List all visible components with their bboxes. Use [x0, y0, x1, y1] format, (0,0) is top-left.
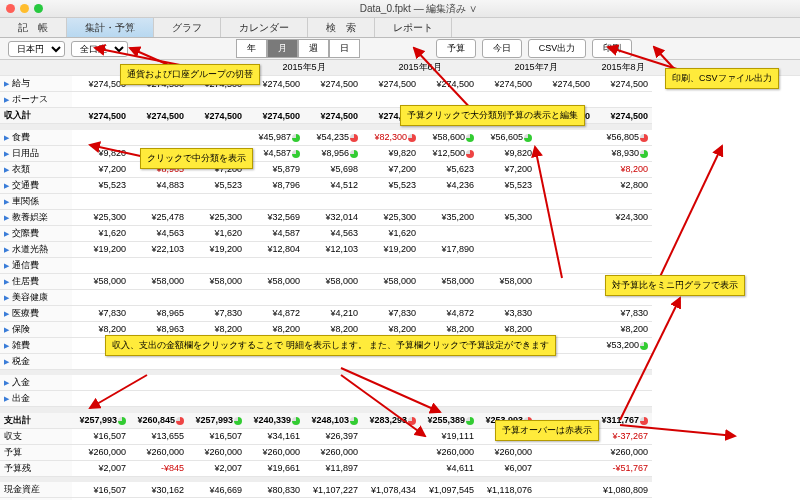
amount-cell[interactable]: ¥58,000	[246, 273, 304, 289]
amount-cell[interactable]	[130, 92, 188, 108]
amount-cell[interactable]	[130, 289, 188, 305]
expand-icon[interactable]: ▶	[4, 262, 12, 270]
amount-cell[interactable]	[130, 193, 188, 209]
amount-cell[interactable]	[72, 289, 130, 305]
tab-2[interactable]: グラフ	[154, 18, 221, 37]
amount-cell[interactable]	[594, 193, 652, 209]
amount-cell[interactable]: ¥7,830	[594, 305, 652, 321]
amount-cell[interactable]: ¥4,872	[246, 305, 304, 321]
tab-4[interactable]: 検 索	[308, 18, 375, 37]
amount-cell[interactable]: ¥58,000	[362, 273, 420, 289]
amount-cell[interactable]	[594, 225, 652, 241]
table-row[interactable]: ▶通信費	[0, 257, 800, 273]
amount-cell[interactable]: ¥274,500	[594, 108, 652, 124]
amount-cell[interactable]: ¥12,804	[246, 241, 304, 257]
amount-cell[interactable]	[304, 391, 362, 407]
amount-cell[interactable]	[536, 305, 594, 321]
amount-cell[interactable]: ¥1,097,545	[420, 482, 478, 498]
amount-cell[interactable]	[188, 375, 246, 391]
amount-cell[interactable]: ¥-37,267	[594, 428, 652, 444]
amount-cell[interactable]	[130, 130, 188, 146]
amount-cell[interactable]: ¥17,890	[420, 241, 478, 257]
amount-cell[interactable]: ¥5,300	[478, 209, 536, 225]
currency-select[interactable]: 日本円	[8, 41, 65, 57]
amount-cell[interactable]	[536, 460, 594, 476]
expand-icon[interactable]: ▶	[4, 278, 12, 286]
expand-icon[interactable]: ▶	[4, 310, 12, 318]
amount-cell[interactable]: ¥4,210	[304, 305, 362, 321]
category-cell[interactable]: ▶雑費	[0, 337, 72, 353]
category-cell[interactable]: ▶水道光熱	[0, 241, 72, 257]
amount-cell[interactable]: ¥1,620	[188, 225, 246, 241]
amount-cell[interactable]: ¥56,605	[478, 130, 536, 146]
table-row[interactable]: ▶食費¥45,987¥54,235¥82,300¥58,600¥56,605¥5…	[0, 130, 800, 146]
account-select[interactable]: 全口座	[71, 41, 128, 57]
table-row[interactable]: ▶車関係	[0, 193, 800, 209]
amount-cell[interactable]	[362, 289, 420, 305]
table-row[interactable]: ▶衣類¥7,200¥8,965¥7,200¥5,879¥5,698¥7,200¥…	[0, 161, 800, 177]
amount-cell[interactable]: ¥25,300	[362, 209, 420, 225]
amount-cell[interactable]: ¥12,500	[420, 145, 478, 161]
amount-cell[interactable]: ¥32,014	[304, 209, 362, 225]
amount-cell[interactable]: ¥25,300	[188, 209, 246, 225]
amount-cell[interactable]: ¥4,587	[246, 225, 304, 241]
table-row[interactable]: ▶出金	[0, 391, 800, 407]
amount-cell[interactable]	[362, 428, 420, 444]
amount-cell[interactable]	[72, 193, 130, 209]
expand-icon[interactable]: ▶	[4, 134, 12, 142]
amount-cell[interactable]: ¥19,200	[362, 241, 420, 257]
amount-cell[interactable]	[536, 289, 594, 305]
amount-cell[interactable]	[478, 257, 536, 273]
amount-cell[interactable]: ¥8,965	[130, 305, 188, 321]
amount-cell[interactable]: ¥12,103	[304, 241, 362, 257]
period-segment[interactable]: 年月週日	[236, 39, 360, 58]
category-cell[interactable]: ▶入金	[0, 375, 72, 391]
amount-cell[interactable]: ¥58,000	[72, 273, 130, 289]
amount-cell[interactable]: ¥35,200	[420, 209, 478, 225]
amount-cell[interactable]: ¥260,000	[72, 444, 130, 460]
amount-cell[interactable]: ¥9,820	[362, 145, 420, 161]
amount-cell[interactable]: ¥248,103	[304, 413, 362, 429]
amount-cell[interactable]	[536, 193, 594, 209]
amount-cell[interactable]: ¥5,698	[304, 161, 362, 177]
amount-cell[interactable]: ¥274,500	[594, 76, 652, 92]
category-cell[interactable]: 現金資産	[0, 482, 72, 498]
amount-cell[interactable]: ¥5,523	[72, 177, 130, 193]
amount-cell[interactable]	[536, 482, 594, 498]
amount-cell[interactable]: ¥8,930	[594, 145, 652, 161]
amount-cell[interactable]: ¥26,397	[304, 428, 362, 444]
amount-cell[interactable]: ¥260,000	[188, 444, 246, 460]
table-row[interactable]: ▶医療費¥7,830¥8,965¥7,830¥4,872¥4,210¥7,830…	[0, 305, 800, 321]
table-row[interactable]: 予算¥260,000¥260,000¥260,000¥260,000¥260,0…	[0, 444, 800, 460]
amount-cell[interactable]	[72, 130, 130, 146]
amount-cell[interactable]: ¥9,820	[72, 145, 130, 161]
expand-icon[interactable]: ▶	[4, 150, 12, 158]
amount-cell[interactable]	[72, 391, 130, 407]
amount-cell[interactable]: ¥274,500	[420, 76, 478, 92]
period-年[interactable]: 年	[236, 39, 267, 58]
category-cell[interactable]: ▶保険	[0, 321, 72, 337]
expand-icon[interactable]: ▶	[4, 230, 12, 238]
category-cell[interactable]: 収入計	[0, 108, 72, 124]
amount-cell[interactable]: ¥7,200	[362, 161, 420, 177]
category-cell[interactable]: ▶交際費	[0, 225, 72, 241]
category-cell[interactable]: ▶通信費	[0, 257, 72, 273]
amount-cell[interactable]: ¥8,796	[246, 177, 304, 193]
amount-cell[interactable]	[536, 225, 594, 241]
amount-cell[interactable]	[362, 460, 420, 476]
amount-cell[interactable]: ¥8,956	[304, 145, 362, 161]
category-cell[interactable]: 収支	[0, 428, 72, 444]
amount-cell[interactable]: ¥11,897	[304, 460, 362, 476]
category-cell[interactable]: ▶日用品	[0, 145, 72, 161]
category-cell[interactable]: ▶美容健康	[0, 289, 72, 305]
expand-icon[interactable]: ▶	[4, 166, 12, 174]
amount-cell[interactable]: ¥260,000	[478, 444, 536, 460]
amount-cell[interactable]: ¥1,620	[362, 225, 420, 241]
amount-cell[interactable]	[594, 92, 652, 108]
amount-cell[interactable]: ¥274,500	[188, 108, 246, 124]
today-button[interactable]: 今日	[482, 39, 522, 58]
amount-cell[interactable]	[594, 353, 652, 369]
amount-cell[interactable]: ¥274,500	[304, 76, 362, 92]
amount-cell[interactable]: ¥25,478	[130, 209, 188, 225]
budget-button[interactable]: 予算	[436, 39, 476, 58]
